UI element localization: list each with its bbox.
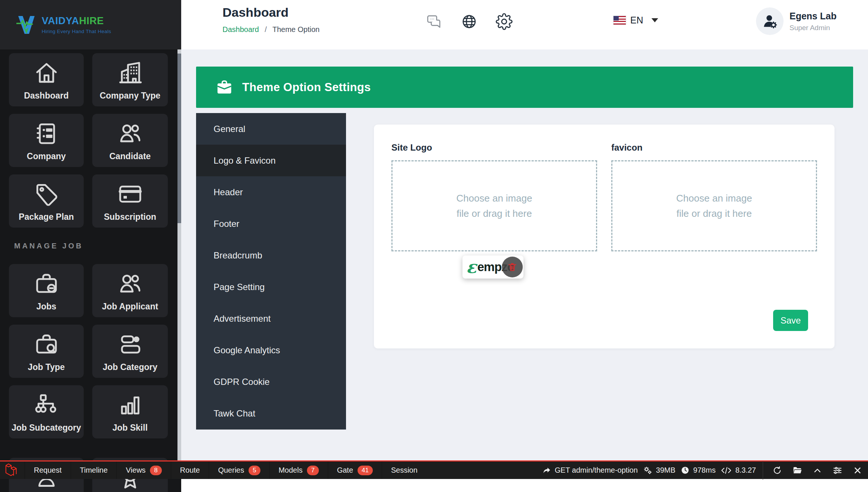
sidebar-item-company[interactable]: Company	[9, 114, 84, 167]
language-globe-button[interactable]	[460, 13, 478, 30]
save-button[interactable]: Save	[773, 310, 808, 331]
sidebar-item-candidate[interactable]: Candidate	[92, 114, 168, 167]
code-icon	[721, 466, 732, 475]
debug-tab-timeline[interactable]: Timeline	[71, 462, 117, 479]
briefcase-icon	[215, 78, 233, 96]
clipboard-list-icon	[33, 119, 60, 147]
debug-tab-session[interactable]: Session	[382, 462, 426, 479]
tab-breadcrumb[interactable]: Breadcrumb	[196, 239, 346, 271]
user-name: Egens Lab	[789, 11, 836, 22]
dropzone-text-line1: Choose an image	[457, 193, 532, 204]
clock-icon	[680, 466, 690, 475]
breadcrumb: Dashboard / Theme Option	[222, 25, 320, 34]
views-count-badge: 8	[150, 466, 161, 475]
brand-name: VAIDYAHIRE	[42, 15, 111, 27]
debug-tab-views[interactable]: Views8	[116, 462, 170, 479]
history-button[interactable]	[770, 461, 785, 480]
sidebar: VAIDYAHIRE Hiring Every Hand That Heals …	[0, 0, 181, 492]
debug-tab-request[interactable]: Request	[25, 462, 71, 479]
sidebar-item-subscription[interactable]: Subscription	[92, 174, 168, 228]
laravel-logo-icon	[0, 463, 25, 477]
sidebar-item-jobs[interactable]: Jobs	[9, 264, 84, 317]
chat-bubbles-icon	[425, 13, 442, 30]
dropzone-text-line2: file or drag it here	[676, 208, 752, 219]
tag-icon	[33, 180, 60, 208]
share-arrow-icon	[542, 466, 551, 475]
sidebar-item-company-type[interactable]: Company Type	[92, 53, 168, 106]
vaidyahire-logo-icon	[16, 14, 36, 36]
user-menu[interactable]: Egens Lab Super Admin	[756, 7, 836, 35]
debugbar-divider	[763, 461, 763, 480]
users-icon	[117, 270, 144, 297]
sidebar-spacer	[9, 446, 168, 450]
gears-icon	[643, 466, 653, 475]
settings-button[interactable]	[495, 13, 513, 30]
dropzone-text-line2: file or drag it here	[457, 208, 532, 219]
bar-chart-icon	[117, 391, 144, 418]
sidebar-scrollbar-thumb[interactable]	[177, 54, 181, 223]
briefcase-link-icon	[33, 270, 60, 297]
briefcase-search-icon	[33, 330, 60, 358]
globe-icon	[461, 13, 478, 30]
tab-tawk-chat[interactable]: Tawk Chat	[196, 398, 346, 429]
sidebar-item-job-applicant[interactable]: Job Applicant	[92, 264, 168, 317]
sidebar-item-job-type[interactable]: Job Type	[9, 325, 84, 378]
tab-page-setting[interactable]: Page Setting	[196, 271, 346, 303]
sidebar-item-package-plan[interactable]: Package Plan	[9, 174, 84, 228]
tab-google-analytics[interactable]: Google Analytics	[196, 334, 346, 366]
sidebar-item-job-category[interactable]: Job Category	[92, 325, 168, 378]
tab-advertisement[interactable]: Advertisement	[196, 303, 346, 334]
page: { "colors": { "accent_green": "#0d9e67",…	[0, 0, 868, 492]
tab-general[interactable]: General	[196, 113, 346, 145]
close-button[interactable]	[850, 461, 865, 480]
settings-sliders-button[interactable]	[830, 461, 845, 480]
sidebar-tile-grid: Dashboard Company Type	[0, 49, 181, 492]
delete-logo-button[interactable]	[502, 257, 523, 277]
us-flag-icon	[614, 16, 626, 25]
request-duration: 978ms	[680, 466, 715, 475]
favicon-label: favicon	[611, 142, 643, 153]
theme-settings-banner: Theme Option Settings	[196, 67, 853, 108]
breadcrumb-current: Theme Option	[272, 25, 320, 33]
dropzone-text-line1: Choose an image	[676, 193, 752, 204]
debug-tab-models[interactable]: Models7	[269, 462, 328, 479]
page-title: Dashboard	[222, 5, 289, 20]
building-icon	[117, 59, 144, 86]
banner-title: Theme Option Settings	[242, 81, 371, 94]
favicon-dropzone[interactable]: Choose an image file or drag it here	[611, 160, 817, 251]
credit-card-icon	[117, 180, 144, 208]
breadcrumb-dashboard-link[interactable]: Dashboard	[222, 25, 259, 33]
language-selector[interactable]: EN	[614, 15, 658, 26]
id-card-icon	[117, 330, 144, 358]
user-role: Super Admin	[789, 24, 836, 32]
minimize-chevron-button[interactable]	[810, 461, 825, 480]
debug-tab-gate[interactable]: Gate41	[328, 462, 382, 479]
folder-button[interactable]	[790, 461, 805, 480]
debug-tab-queries[interactable]: Queries5	[209, 462, 269, 479]
gear-icon	[496, 13, 513, 30]
brand-tagline: Hiring Every Hand That Heals	[42, 29, 111, 34]
brand-logo[interactable]: VAIDYAHIRE Hiring Every Hand That Heals	[0, 0, 181, 49]
tab-header[interactable]: Header	[196, 176, 346, 208]
home-icon	[33, 59, 60, 86]
memory-usage: 39MB	[643, 466, 675, 475]
gate-count-badge: 41	[358, 466, 373, 475]
messages-button[interactable]	[425, 13, 443, 30]
debug-tab-route[interactable]: Route	[171, 462, 209, 479]
sidebar-scrollbar[interactable]	[177, 49, 181, 460]
laravel-debugbar: Request Timeline Views8 Route Queries5 M…	[0, 460, 868, 479]
tab-footer[interactable]: Footer	[196, 208, 346, 239]
sidebar-item-job-skill[interactable]: Job Skill	[92, 385, 168, 438]
tab-gdpr-cookie[interactable]: GDPR Cookie	[196, 366, 346, 398]
trash-icon	[507, 261, 518, 273]
avatar	[756, 7, 784, 35]
empzo-logo-mark: ε	[466, 258, 477, 276]
site-logo-dropzone[interactable]: Choose an image file or drag it here	[391, 160, 597, 251]
breadcrumb-separator: /	[265, 25, 267, 33]
sidebar-item-job-subcategory[interactable]: Job Subcategory	[9, 385, 84, 438]
sitemap-icon	[33, 391, 60, 418]
main-content: Theme Option Settings General Logo & Fav…	[181, 49, 868, 460]
sidebar-item-dashboard[interactable]: Dashboard	[9, 53, 84, 106]
tab-logo-favicon[interactable]: Logo & Favicon	[196, 145, 346, 176]
site-logo-label: Site Logo	[391, 142, 432, 153]
